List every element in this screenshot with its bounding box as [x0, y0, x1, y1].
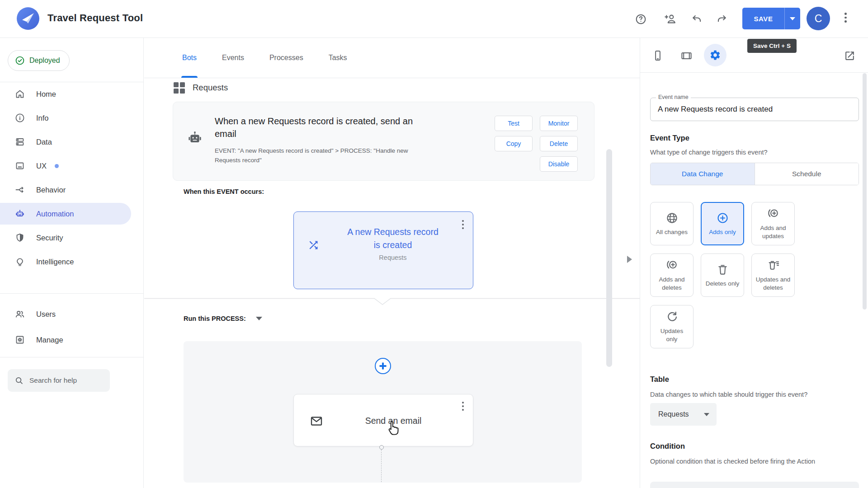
app-title: Travel Request Tool [47, 12, 143, 24]
save-options-button[interactable] [785, 8, 800, 29]
help-icon [635, 13, 647, 25]
process-canvas: Send an email [184, 341, 582, 483]
collapse-process-icon[interactable] [256, 317, 262, 320]
app-header: Travel Request Tool [0, 0, 868, 38]
divider [144, 78, 640, 78]
tab-events[interactable]: Events [222, 38, 244, 78]
deployed-badge[interactable]: Deployed [8, 50, 70, 71]
help-search [8, 369, 110, 392]
divider [0, 82, 144, 82]
table-question: Data changes to which table should trigg… [650, 389, 807, 400]
disable-button[interactable]: Disable [540, 156, 578, 172]
settings-tab-button[interactable] [704, 44, 726, 66]
share-app-button[interactable] [663, 12, 678, 26]
save-button[interactable]: SAVE [742, 8, 785, 29]
delete-button[interactable]: Delete [540, 136, 578, 151]
condition-input[interactable] [650, 482, 859, 488]
gear-square-icon [14, 334, 25, 345]
event-name-label: Event name [656, 94, 691, 100]
bot-card[interactable]: When a new Requests record is created, s… [173, 102, 594, 181]
bot-title: When a new Requests record is created, s… [215, 115, 429, 140]
sidebar-item-data[interactable]: Data [0, 131, 131, 153]
process-section-heading: Run this PROCESS: [184, 315, 262, 322]
sidebar-item-users[interactable]: Users [0, 303, 131, 325]
divider [0, 357, 144, 357]
sidebar-item-ux[interactable]: UX [0, 155, 131, 177]
event-name-input[interactable] [651, 98, 859, 121]
bot-card-text: When a new Requests record is created, s… [215, 115, 429, 180]
more-options-button[interactable] [844, 13, 847, 23]
globe-icon [665, 211, 679, 225]
phone-view-button[interactable] [650, 48, 665, 63]
sidebar-item-security[interactable]: Security [0, 227, 131, 249]
ux-notification-dot [55, 164, 59, 168]
sidebar-item-behavior[interactable]: Behavior [0, 179, 131, 201]
connector-dashed-line [381, 450, 382, 482]
event-card-title: A new Requests record is created [345, 225, 440, 252]
main-scrollbar-thumb[interactable] [606, 149, 612, 367]
sidebar-item-manage[interactable]: Manage [0, 329, 131, 351]
redo-button[interactable] [714, 12, 729, 26]
monitor-button[interactable]: Monitor [540, 116, 578, 131]
bot-icon [187, 130, 203, 180]
database-icon [14, 136, 25, 147]
toggle-data-change[interactable]: Data Change [651, 163, 755, 185]
copy-button[interactable]: Copy [495, 136, 533, 151]
avatar[interactable]: C [807, 7, 830, 30]
deployed-label: Deployed [29, 56, 60, 65]
bot-subtitle: EVENT: "A new Requests record is created… [215, 146, 416, 165]
app-logo[interactable] [17, 7, 39, 30]
help-button[interactable] [633, 12, 648, 26]
users-icon [14, 309, 25, 319]
option-updates-and-deletes[interactable]: Updates and deletes [751, 253, 795, 297]
toggle-schedule[interactable]: Schedule [755, 163, 859, 185]
step-menu-button[interactable] [462, 402, 464, 411]
condition-description: Optional condition that is checked befor… [650, 455, 831, 467]
branch-arrows-icon [14, 184, 25, 195]
email-icon [310, 414, 323, 430]
tab-bots[interactable]: Bots [182, 38, 197, 78]
step-card-send-email[interactable]: Send an email [293, 394, 473, 446]
sidebar-item-info[interactable]: Info [0, 107, 131, 129]
shuffle-icon [307, 239, 320, 253]
add-step-button[interactable] [375, 358, 391, 374]
tablet-view-button[interactable] [679, 48, 694, 63]
image-icon [14, 160, 25, 171]
option-all-changes[interactable]: All changes [650, 202, 693, 245]
table-dropdown[interactable]: Requests [650, 403, 717, 426]
robot-icon [14, 208, 25, 219]
tab-tasks[interactable]: Tasks [329, 38, 347, 78]
option-adds-and-deletes[interactable]: Adds and deletes [650, 253, 693, 297]
undo-button[interactable] [689, 12, 704, 26]
search-input[interactable] [29, 376, 102, 385]
trash-lines-icon [767, 259, 780, 272]
phone-icon [652, 50, 664, 61]
automation-tabs: Bots Events Processes Tasks [182, 38, 347, 78]
divider [640, 72, 868, 73]
sidebar-item-home[interactable]: Home [0, 83, 131, 105]
lightbulb-icon [14, 256, 25, 267]
event-card[interactable]: A new Requests record is created Request… [293, 211, 473, 289]
home-icon [14, 89, 25, 99]
sidebar-item-intelligence[interactable]: Intelligence [0, 251, 131, 272]
test-button[interactable]: Test [495, 116, 533, 131]
table-dropdown-value: Requests [658, 410, 689, 418]
sidebar-item-automation[interactable]: Automation [0, 203, 131, 225]
person-add-icon [664, 13, 677, 25]
open-in-new-button[interactable] [842, 48, 857, 63]
option-adds-only[interactable]: Adds only [701, 202, 744, 245]
chevron-down-icon [704, 413, 709, 416]
table-heading: Table [650, 375, 669, 384]
save-tooltip: Save Ctrl + S [747, 39, 797, 53]
appsheet-editor: Travel Request Tool [0, 0, 868, 488]
breadcrumb: Requests [174, 82, 228, 93]
tab-processes[interactable]: Processes [269, 38, 303, 78]
event-card-menu-button[interactable] [462, 220, 464, 229]
option-deletes-only[interactable]: Deletes only [701, 253, 744, 297]
tablet-icon [680, 50, 693, 62]
panel-scrollbar-thumb[interactable] [863, 73, 867, 310]
event-section-heading: When this EVENT occurs: [184, 188, 264, 195]
option-updates-only[interactable]: Updates only [650, 305, 693, 348]
panel-expand-arrow[interactable] [627, 256, 632, 263]
option-adds-and-updates[interactable]: Adds and updates [751, 202, 795, 245]
